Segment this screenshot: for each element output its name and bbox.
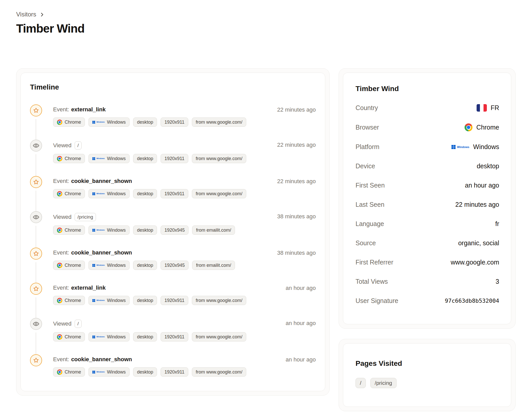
meta-badge: desktop: [133, 225, 157, 235]
windows-icon: Windows: [92, 191, 105, 197]
visitor-profile-card: Timber Wind CountryFRBrowserChromePlatfo…: [339, 68, 516, 329]
windows-icon: Windows: [92, 262, 105, 268]
eye-icon: [30, 211, 42, 223]
profile-row-value: an hour ago: [465, 182, 499, 189]
event-header: Viewed/22 minutes ago: [53, 141, 316, 150]
event-prefix: Viewed: [53, 320, 72, 327]
event-timestamp: 38 minutes ago: [277, 213, 316, 220]
event-prefix: Event:: [53, 178, 69, 184]
event-timestamp: 22 minutes ago: [277, 106, 316, 113]
meta-badge-label: Chrome: [65, 191, 81, 197]
meta-badge-label: 1920x911: [164, 191, 184, 197]
meta-badge: WindowsWindows: [88, 296, 130, 305]
profile-row: CountryFR: [356, 104, 499, 112]
profile-row-label: Device: [356, 162, 375, 170]
windows-icon: Windows: [92, 119, 105, 125]
event-title: Viewed/: [53, 141, 82, 150]
event-name: external_link: [71, 285, 106, 291]
breadcrumb-visitors-link[interactable]: Visitors: [16, 11, 36, 18]
meta-badge-label: from www.google.com/: [196, 297, 242, 303]
meta-badge-label: Chrome: [65, 297, 81, 303]
star-icon: [30, 354, 42, 366]
event-timestamp: 38 minutes ago: [277, 249, 316, 256]
meta-badge: Chrome: [53, 296, 85, 305]
event-header: Event:cookie_banner_shown38 minutes ago: [53, 249, 316, 256]
meta-badge-label: Windows: [107, 369, 126, 375]
profile-row: PlatformWindowsWindows: [356, 143, 499, 151]
timeline-event: Event:cookie_banner_shown38 minutes agoC…: [30, 249, 316, 270]
visitor-detail-page: Visitors Timber Wind Timeline Event:exte…: [0, 0, 532, 412]
profile-row-value: 97c663db8b532004: [445, 298, 499, 304]
meta-badge-label: Chrome: [65, 262, 81, 268]
profile-row-label: First Seen: [356, 182, 385, 189]
event-meta-badges: ChromeWindowsWindowsdesktop1920x945from …: [53, 225, 316, 235]
profile-row-label: Total Views: [356, 278, 388, 285]
meta-badge: 1920x945: [161, 225, 189, 235]
timeline-event: Event:external_link22 minutes agoChromeW…: [30, 106, 316, 127]
timeline-event: Event:cookie_banner_shown22 minutes agoC…: [30, 178, 316, 198]
meta-badge: Chrome: [53, 117, 85, 127]
event-prefix: Viewed: [53, 214, 72, 220]
profile-row-value-text: 22 minutes ago: [455, 201, 499, 208]
meta-badge: from www.google.com/: [192, 154, 246, 163]
timeline-event: Event:external_linkan hour agoChromeWind…: [30, 285, 316, 305]
chrome-icon: [57, 263, 62, 268]
event-title: Event:external_link: [53, 106, 106, 113]
meta-badge: WindowsWindows: [88, 225, 130, 235]
chrome-icon: [57, 120, 62, 125]
meta-badge: from www.google.com/: [192, 367, 246, 377]
meta-badge-label: 1920x945: [164, 262, 185, 268]
windows-icon: Windows: [92, 297, 105, 303]
event-prefix: Event:: [53, 356, 69, 363]
profile-row-value: 3: [496, 278, 499, 285]
meta-badge: desktop: [133, 332, 157, 341]
meta-badge-label: desktop: [137, 297, 153, 303]
profile-row-label: Country: [356, 104, 378, 112]
meta-badge: WindowsWindows: [88, 332, 130, 341]
timeline-title: Timeline: [30, 83, 316, 91]
meta-badge: Chrome: [53, 225, 85, 235]
meta-badge-label: 1920x911: [164, 334, 184, 340]
profile-row-value-text: 3: [496, 278, 499, 285]
meta-badge-label: from www.google.com/: [196, 369, 242, 375]
meta-badge: desktop: [133, 296, 157, 305]
meta-badge: 1920x911: [161, 154, 188, 163]
timeline-list: Event:external_link22 minutes agoChromeW…: [30, 106, 316, 377]
meta-badge-label: Windows: [107, 119, 126, 125]
event-name: cookie_banner_shown: [71, 356, 132, 363]
right-sidebar: Timber Wind CountryFRBrowserChromePlatfo…: [339, 68, 516, 411]
event-prefix: Event:: [53, 285, 69, 291]
meta-badge-label: Windows: [107, 297, 126, 303]
meta-badge: Chrome: [53, 367, 85, 377]
event-title: Event:cookie_banner_shown: [53, 356, 132, 363]
meta-badge: WindowsWindows: [88, 189, 130, 198]
pages-visited-title: Pages Visited: [356, 359, 499, 368]
meta-badge: desktop: [133, 189, 157, 198]
meta-badge-label: desktop: [137, 155, 153, 162]
meta-badge: 1920x911: [161, 296, 188, 305]
meta-badge-label: desktop: [137, 334, 153, 340]
chrome-icon: [465, 123, 472, 131]
visitor-profile-card-inner: Timber Wind CountryFRBrowserChromePlatfo…: [343, 73, 511, 324]
meta-badge-label: Chrome: [65, 369, 81, 375]
meta-badge-label: Windows: [107, 227, 126, 233]
meta-badge: WindowsWindows: [88, 261, 130, 270]
meta-badge: 1920x911: [161, 332, 188, 341]
page-path-badge: /: [75, 141, 82, 150]
meta-badge: 1920x911: [161, 367, 188, 377]
meta-badge-label: 1920x945: [164, 227, 185, 233]
profile-row-value: fr: [495, 220, 499, 228]
profile-row-label: Platform: [356, 143, 379, 151]
meta-badge-label: desktop: [137, 227, 153, 233]
meta-badge-label: desktop: [137, 119, 153, 125]
meta-badge: 1920x911: [161, 189, 188, 198]
meta-badge: desktop: [133, 154, 157, 163]
timeline-card: Timeline Event:external_link22 minutes a…: [16, 68, 330, 396]
meta-badge-label: Chrome: [65, 155, 81, 162]
event-title: Event:external_link: [53, 285, 106, 291]
event-header: Viewed/an hour ago: [53, 320, 316, 328]
chrome-icon: [57, 298, 62, 303]
chrome-icon: [57, 156, 62, 161]
page-title: Timber Wind: [16, 22, 516, 35]
meta-badge: 1920x911: [161, 117, 188, 127]
